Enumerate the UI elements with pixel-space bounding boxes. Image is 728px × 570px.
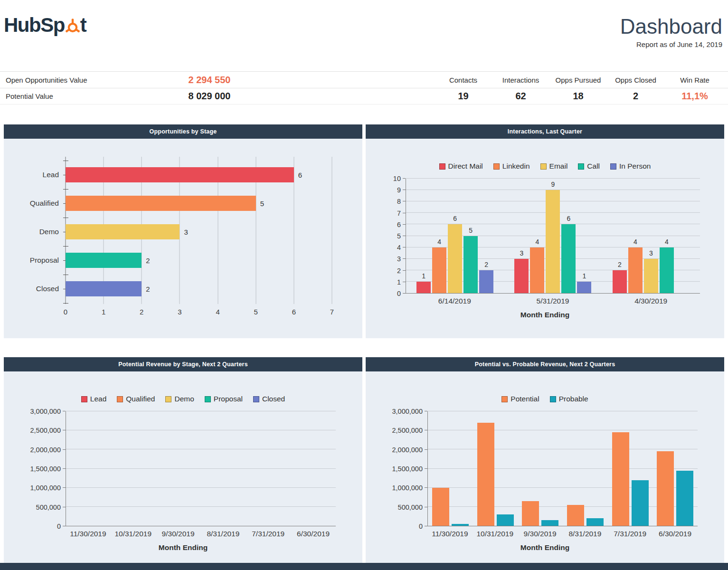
bar-probable [497,514,514,526]
y-tick-label: 2,500,000 [392,427,423,434]
y-tick-label: 5 [397,232,401,240]
bar-slot-potential [522,411,539,526]
plot-grid [427,411,698,526]
bar-groups: 14652349612434 [406,179,700,293]
bar-linkedin: 4 [628,247,643,293]
metric-label-win-rate: Win Rate [664,76,725,84]
y-tick-label: 0 [397,290,401,297]
bar-value-label: 1 [583,272,586,280]
legend-swatch-icon [493,163,500,170]
bar-value-label: 2 [618,261,622,268]
plot-area: 01234567891014652349612434 [388,179,700,294]
y-tick-label: 2,000,000 [30,446,61,454]
opportunities-by-stage-chart: Lead6Qualified5Demo3Proposal2Closed20123… [4,139,362,338]
x-category-label: 6/30/2019 [291,530,336,538]
bar-linkedin: 4 [530,247,544,293]
bar-potential [522,501,539,526]
legend-item-linkedin: Linkedin [493,162,530,171]
bar-call: 5 [463,236,478,294]
plot-area: 0500,0001,000,0001,500,0002,000,0002,500… [392,411,698,526]
bar-group-10-31-2019 [111,411,156,526]
hubspot-sprocket-icon [65,18,81,34]
x-category-label: 10/31/2019 [473,530,518,538]
category-label: Demo [39,228,66,236]
y-tick-label: 7 [397,209,401,217]
bar-slot-email: 6 [448,179,462,293]
potential-vs-probable-chart: PotentialProbable0500,0001,000,0001,500,… [366,371,724,563]
bar-slot-linkedin: 4 [432,179,446,293]
bar-slot-email: 9 [546,179,560,293]
legend-label: Direct Mail [448,162,483,171]
bar-row-proposal: Proposal2 [66,246,332,275]
legend-swatch-icon [540,163,547,170]
bar-groups [66,411,336,526]
bar-value-label: 2 [146,285,150,293]
plot-grid [66,411,336,526]
metric-value-interactions: 62 [492,91,549,102]
x-tick-label: 5 [254,308,258,316]
bar-slot-call: 5 [463,179,478,293]
y-tick-label: 3 [397,255,401,263]
bar-slot-call: 6 [561,179,576,293]
x-tick-label: 6 [292,308,296,316]
bar-in-person: 2 [479,270,493,293]
legend-item-email: Email [540,162,568,171]
x-category-label: 9/30/2019 [156,530,201,538]
y-tick-label: 0 [57,522,61,530]
metric-value-opps-pursued: 18 [549,91,607,102]
bar-rows: Lead6Qualified5Demo3Proposal2Closed2 [66,161,332,303]
y-tick-label: 9 [397,186,401,194]
y-tick-label: 3,000,000 [30,408,61,415]
legend-item-call: Call [578,162,600,171]
y-tick-label: 6 [397,221,401,228]
y-tick-label: 1,000,000 [392,484,423,492]
bar-potential [612,432,629,526]
x-axis-labels: 01234567 [66,303,332,319]
legend-item-direct-mail: Direct Mail [439,162,483,171]
bar-value-label: 5 [260,200,264,208]
y-axis: 012345678910 [388,179,406,294]
bar-group-8-31-2019 [201,411,246,526]
page-title: Dashboard [620,15,722,38]
legend-label: Potential [511,395,539,403]
hubspot-logo: HubSp t [4,15,86,35]
kpi-label: Open Opportunities Value [3,76,174,84]
panel-title: Opportunities by Stage [4,124,362,139]
bar-linkedin: 4 [432,247,446,293]
bar-value-label: 4 [437,238,441,246]
bar-group-4-30-2019: 2434 [602,179,700,293]
bar-value-label: 3 [649,249,653,257]
bar-slot-potential [567,411,584,526]
y-axis: 0500,0001,000,0001,500,0002,000,0002,500… [30,411,66,526]
bar-proposal [66,253,142,268]
metric-label-contacts: Contacts [435,76,492,84]
y-tick-label: 2,500,000 [30,427,61,434]
category-label: Proposal [30,256,66,265]
x-tick-label: 7 [330,308,334,316]
x-tick-label: 4 [216,308,219,316]
legend-item-in-person: In Person [610,162,651,171]
legend-item-potential: Potential [501,395,539,403]
y-axis: 0500,0001,000,0001,500,0002,000,0002,500… [392,411,427,526]
dashboard-page: HubSp t Dashboard Report as of June 14, … [0,0,728,563]
bar-qualified [66,196,256,211]
bar-in-person: 1 [577,282,591,293]
bar-group-9-30-2019 [518,411,563,526]
bar-value-label: 6 [567,215,571,222]
bar-potential [432,488,449,526]
bar-slot-probable [632,411,649,526]
bar-row-lead: Lead6 [66,161,332,189]
legend-item-qualified: Qualified [117,395,155,403]
y-tick-label: 500,000 [36,504,61,511]
y-tick-label: 500,000 [398,504,423,511]
legend-swatch-icon [117,396,123,402]
page-header: HubSp t Dashboard Report as of June 14, … [0,0,728,71]
panel-potential-revenue-by-stage: Potential Revenue by Stage, Next 2 Quart… [4,357,362,563]
x-tick-label: 2 [140,308,143,316]
bar-value-label: 4 [633,238,637,246]
bar-group-6-30-2019 [291,411,336,526]
bar-direct-mail: 1 [416,282,431,293]
bar-potential [477,423,494,526]
metric-value-contacts: 19 [435,91,492,102]
metric-value-win-rate: 11,1% [664,91,725,102]
